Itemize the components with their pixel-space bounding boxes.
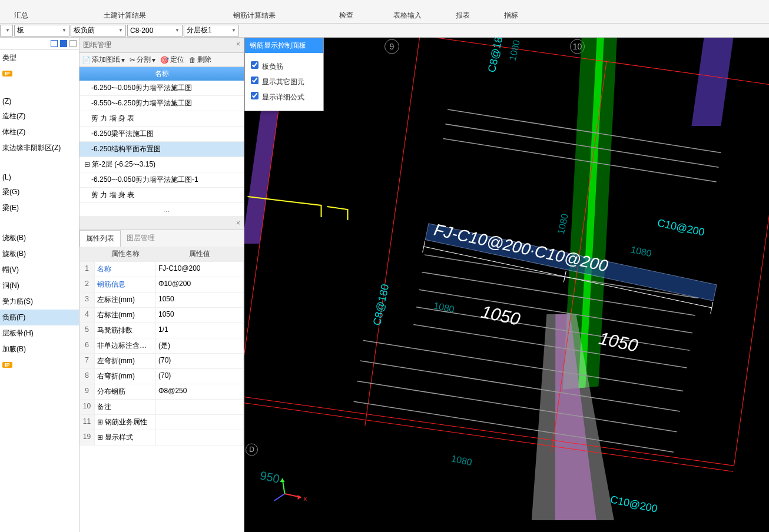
prop-row[interactable]: 19⊞ 显示样式 (79, 430, 244, 445)
left-item-b2[interactable]: 旋板(B) (0, 246, 79, 262)
drawing-panel-label: 图纸管理 (83, 40, 111, 50)
svg-line-10 (244, 402, 733, 471)
left-item-z2[interactable]: 造柱(Z) (0, 108, 79, 124)
drawing-tree: 名称 -6.250~-0.050剪力墙平法施工图 -9.550~-6.250剪力… (79, 67, 244, 217)
tree-row[interactable]: -6.250梁平法施工图 (79, 127, 244, 142)
ribbon-group-summary[interactable]: 汇总 (0, 11, 42, 23)
split-button[interactable]: ✂ 分割 ▾ (130, 55, 155, 65)
prop-tabs: 属性列表 图层管理 (79, 230, 244, 247)
selector-4[interactable]: C8-200▼ (127, 25, 183, 36)
selector-row: ▼ 板▼ 板负筋▼ C8-200▼ 分层板1▼ (0, 24, 769, 38)
prop-row[interactable]: 6非单边标注含…(是) (79, 338, 244, 354)
left-item-f[interactable]: 负筋(F) (0, 310, 79, 325)
left-item-z4[interactable]: 束边缘非阴影区(Z) (0, 140, 79, 156)
left-item-b3[interactable]: 加腋(B) (0, 341, 79, 357)
grid-icon[interactable] (60, 40, 67, 47)
axis-label-d: D (249, 445, 254, 454)
model-viewport[interactable]: 9 10 D (244, 38, 769, 532)
svg-line-24 (354, 401, 674, 452)
checkbox[interactable] (251, 77, 258, 84)
delete-button[interactable]: 🗑 删除 (189, 55, 211, 65)
vip-badge: IP (2, 71, 12, 77)
prop-row[interactable]: 10备注 (79, 400, 244, 415)
vip-badge: IP (2, 362, 12, 368)
check-neg-rebar[interactable]: 板负筋 (251, 59, 317, 74)
prop-row[interactable]: 5马凳筋排数1/1 (79, 323, 244, 338)
left-item-s[interactable]: 受力筋(S) (0, 294, 79, 310)
check-other-elem[interactable]: 显示其它图元 (251, 74, 317, 89)
left-item-z1[interactable]: (Z) (0, 94, 79, 108)
ribbon-group-rebar[interactable]: 钢筋计算结果 (219, 11, 290, 23)
svg-line-41 (274, 494, 285, 501)
chevron-down-icon: ▼ (62, 28, 67, 33)
checkbox[interactable] (251, 92, 258, 99)
svg-line-22 (360, 361, 680, 411)
tree-row: … (79, 203, 244, 217)
prop-head-name: 属性名称 (95, 247, 156, 261)
left-item-h[interactable]: 层板带(H) (0, 325, 79, 341)
svg-line-11 (365, 38, 420, 426)
axis-label-9: 9 (390, 42, 395, 51)
locate-button[interactable]: 🎯 定位 (160, 55, 184, 65)
left-item (0, 216, 79, 230)
checkbox[interactable] (251, 61, 258, 69)
tree-row[interactable]: 剪 力 墙 身 表 (79, 111, 244, 127)
left-item-n[interactable]: 洞(N) (0, 278, 79, 294)
tree-row[interactable]: 剪 力 墙 身 表 (79, 188, 244, 203)
tab-properties[interactable]: 属性列表 (79, 230, 121, 247)
close-icon[interactable]: × (236, 40, 240, 50)
svg-text:x: x (304, 495, 307, 502)
rebar-display-panel[interactable]: 钢筋显示控制面板 板负筋 显示其它图元 显示详细公式 (244, 38, 324, 111)
more-icon[interactable] (69, 40, 77, 47)
add-drawing-button[interactable]: 📄 添加图纸 ▾ (82, 55, 125, 65)
drawing-toolbar: 📄 添加图纸 ▾ ✂ 分割 ▾ 🎯 定位 🗑 删除 (79, 53, 244, 67)
left-item (0, 156, 79, 170)
spec-text: C10@200 (657, 217, 706, 238)
selector-2[interactable]: 板▼ (14, 25, 69, 36)
svg-marker-37 (298, 495, 301, 500)
tree-row[interactable]: -6.250~-0.050剪力墙平法施工图 (79, 81, 244, 96)
tab-layers[interactable]: 图层管理 (121, 230, 161, 247)
tree-row[interactable]: -9.550~-6.250剪力墙平法施工图 (79, 96, 244, 111)
chevron-down-icon: ▼ (118, 28, 123, 33)
prop-row[interactable]: 7左弯折(mm)(70) (79, 354, 244, 369)
prop-row[interactable]: 9分布钢筋Φ8@250 (79, 384, 244, 400)
prop-row[interactable]: 2钢筋信息Φ10@200 (79, 277, 244, 292)
svg-text:1080: 1080 (433, 300, 455, 314)
selector-5[interactable]: 分层板1▼ (184, 25, 239, 36)
ribbon-group-civil[interactable]: 土建计算结果 (90, 11, 160, 23)
spec-text: C10@200 (609, 493, 659, 514)
spec-text: C8@180 (371, 283, 391, 327)
ribbon-group-index[interactable]: 指标 (490, 11, 532, 23)
dim-right: 1050 (597, 328, 639, 355)
left-item: IP (0, 357, 79, 371)
prop-row[interactable]: 1名称FJ-C10@200 (79, 262, 244, 277)
left-item-g[interactable]: 梁(G) (0, 184, 79, 200)
close-icon[interactable]: × (236, 219, 240, 227)
list-icon[interactable] (51, 40, 58, 47)
check-detail-formula[interactable]: 显示详细公式 (251, 89, 317, 105)
svg-marker-40 (280, 478, 285, 482)
tree-group[interactable]: ⊟ 第-2层 (-6.25~-3.15) (79, 157, 244, 172)
tree-row[interactable]: -6.250结构平面布置图 (79, 142, 244, 157)
chevron-down-icon: ▼ (5, 28, 10, 33)
left-item-e[interactable]: 梁(E) (0, 200, 79, 216)
prop-row[interactable]: 11⊞ 钢筋业务属性 (79, 415, 244, 430)
ribbon-group-table[interactable]: 表格输入 (379, 11, 436, 23)
ribbon-group-check[interactable]: 检查 (325, 11, 367, 23)
left-item-z3[interactable]: 体柱(Z) (0, 124, 79, 140)
selector-1[interactable]: ▼ (0, 25, 13, 36)
prop-row[interactable]: 4右标注(mm)1050 (79, 308, 244, 323)
prop-head-value: 属性值 (156, 247, 244, 261)
prop-row[interactable]: 3左标注(mm)1050 (79, 292, 244, 308)
ribbon-group-report[interactable]: 报表 (442, 11, 484, 23)
svg-text:1080: 1080 (556, 212, 570, 235)
prop-row[interactable]: 8右弯折(mm)(70) (79, 369, 244, 384)
ribbon: 汇总 土建计算结果 钢筋计算结果 检查 表格输入 报表 指标 (0, 0, 769, 24)
selector-3[interactable]: 板负筋▼ (71, 25, 126, 36)
left-item-l[interactable]: (L) (0, 170, 79, 184)
tree-row[interactable]: -6.250~-0.050剪力墙平法施工图-1 (79, 172, 244, 188)
left-item-type[interactable]: 类型 (0, 50, 79, 66)
left-item-v[interactable]: 帽(V) (0, 262, 79, 278)
left-item-b1[interactable]: 浇板(B) (0, 230, 79, 246)
